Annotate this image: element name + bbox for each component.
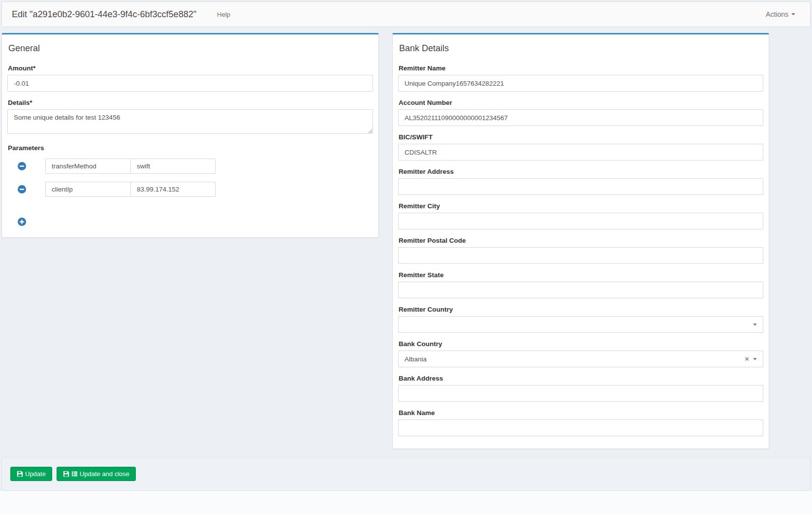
remitter-address-group: Remitter Address: [398, 168, 763, 195]
chevron-down-icon: [791, 13, 795, 15]
bank-country-label: Bank Country: [399, 340, 763, 348]
save-icon: [63, 471, 69, 477]
chevron-down-icon: [753, 358, 757, 360]
remitter-city-label: Remitter City: [399, 202, 763, 210]
actions-dropdown-button[interactable]: Actions: [761, 7, 800, 21]
amount-field-group: Amount*: [7, 64, 373, 92]
details-field-group: Details* Some unique details for test 12…: [7, 99, 373, 135]
bank-country-select[interactable]: Albania ×: [398, 351, 763, 367]
parameter-value-input[interactable]: [130, 159, 216, 174]
bank-details-panel: Bank Details Remitter Name Account Numbe…: [392, 33, 769, 449]
bank-address-label: Bank Address: [399, 375, 763, 382]
actions-label: Actions: [766, 10, 788, 18]
remitter-name-input[interactable]: [398, 75, 763, 92]
header-bar: Edit "a291e0b2-9601-44e3-9f4c-6bf3ccf5e8…: [1, 1, 811, 27]
remitter-state-group: Remitter State: [398, 271, 763, 298]
update-and-close-button-label: Update and close: [80, 470, 129, 478]
plus-circle-icon: [18, 218, 26, 226]
details-label: Details*: [8, 99, 373, 106]
account-number-input[interactable]: [398, 109, 763, 126]
page: Edit "a291e0b2-9601-44e3-9f4c-6bf3ccf5e8…: [0, 0, 812, 515]
bank-address-input[interactable]: [398, 385, 763, 402]
remitter-postal-code-group: Remitter Postal Code: [398, 237, 763, 264]
remitter-name-label: Remitter Name: [399, 64, 763, 72]
remitter-country-label: Remitter Country: [399, 306, 763, 313]
bank-name-input[interactable]: [398, 419, 763, 436]
account-number-group: Account Number: [398, 99, 763, 126]
update-button-label: Update: [25, 470, 46, 478]
remitter-name-group: Remitter Name: [398, 64, 763, 92]
parameter-key-input[interactable]: [45, 182, 131, 197]
content-area: General Amount* Details* Some unique det…: [0, 29, 812, 449]
clear-selection-icon[interactable]: ×: [745, 355, 749, 362]
bank-address-group: Bank Address: [398, 375, 763, 402]
bottom-spacer: [0, 491, 812, 515]
update-button[interactable]: Update: [10, 467, 52, 481]
parameter-key-input[interactable]: [45, 159, 131, 174]
list-icon: [71, 471, 78, 477]
footer-action-bar: Update Update and close: [1, 457, 811, 491]
remitter-state-label: Remitter State: [399, 271, 763, 279]
general-panel: General Amount* Details* Some unique det…: [1, 33, 379, 238]
bic-swift-label: BIC/SWIFT: [399, 133, 763, 141]
page-title: Edit "a291e0b2-9601-44e3-9f4c-6bf3ccf5e8…: [12, 9, 196, 20]
general-panel-title: General: [8, 43, 373, 54]
remitter-address-input[interactable]: [398, 178, 763, 195]
remitter-postal-code-input[interactable]: [398, 247, 763, 264]
remitter-city-group: Remitter City: [398, 202, 763, 229]
remove-parameter-button[interactable]: [18, 185, 26, 193]
minus-circle-icon: [18, 185, 26, 193]
parameter-value-input[interactable]: [130, 182, 216, 197]
remitter-country-group: Remitter Country: [398, 306, 763, 333]
remitter-state-input[interactable]: [398, 282, 763, 298]
amount-input[interactable]: [7, 75, 373, 92]
remitter-country-select[interactable]: [398, 316, 763, 333]
bank-name-label: Bank Name: [399, 409, 763, 417]
update-and-close-button[interactable]: Update and close: [57, 467, 136, 481]
parameter-row: [7, 159, 373, 174]
chevron-down-icon: [753, 323, 757, 326]
minus-circle-icon: [18, 162, 26, 170]
bic-swift-input[interactable]: [398, 144, 763, 161]
bank-name-group: Bank Name: [398, 409, 763, 436]
remove-parameter-button[interactable]: [18, 162, 26, 170]
remitter-postal-code-label: Remitter Postal Code: [399, 237, 763, 244]
bank-details-panel-title: Bank Details: [399, 43, 763, 54]
bic-swift-group: BIC/SWIFT: [398, 133, 763, 161]
save-icon: [17, 471, 23, 477]
remitter-address-label: Remitter Address: [399, 168, 763, 175]
amount-label: Amount*: [8, 64, 373, 72]
add-parameter-button[interactable]: [18, 218, 26, 226]
bank-country-group: Bank Country Albania ×: [398, 340, 763, 367]
account-number-label: Account Number: [399, 99, 763, 106]
remitter-city-input[interactable]: [398, 213, 763, 229]
help-link[interactable]: Help: [217, 11, 230, 18]
parameter-row: [7, 182, 373, 197]
bank-country-value: Albania: [405, 355, 427, 363]
parameters-label: Parameters: [8, 144, 373, 152]
details-textarea[interactable]: Some unique details for test 123456: [7, 109, 373, 134]
